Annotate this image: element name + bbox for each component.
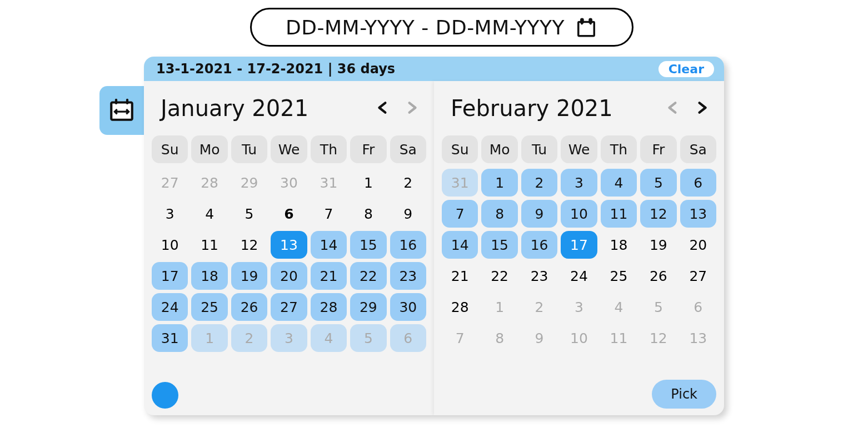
day-cell[interactable]: 19 [640, 231, 676, 259]
next-month-left-button [401, 97, 423, 119]
day-cell[interactable]: 9 [521, 324, 557, 352]
day-cell[interactable]: 8 [481, 200, 517, 228]
day-cell[interactable]: 30 [271, 169, 307, 197]
day-cell[interactable]: 23 [390, 262, 426, 290]
day-cell[interactable]: 9 [390, 200, 426, 228]
day-cell[interactable]: 18 [191, 262, 227, 290]
prev-month-left-button[interactable] [372, 97, 394, 119]
day-cell[interactable]: 7 [311, 200, 347, 228]
month-right: February 2021 SuMoTuWeThFrSa 3112345 [434, 81, 724, 415]
day-cell[interactable]: 25 [191, 293, 227, 321]
next-month-right-button[interactable] [691, 97, 713, 119]
day-cell[interactable]: 2 [231, 324, 267, 352]
day-cell[interactable]: 6 [680, 293, 716, 321]
day-cell[interactable]: 10 [561, 200, 597, 228]
day-cell[interactable]: 20 [680, 231, 716, 259]
day-cell[interactable]: 15 [350, 231, 386, 259]
accent-color-swatch[interactable] [152, 382, 178, 409]
day-cell[interactable]: 23 [521, 262, 557, 290]
day-cell[interactable]: 27 [271, 293, 307, 321]
day-cell[interactable]: 5 [640, 169, 676, 197]
day-cell[interactable]: 21 [442, 262, 478, 290]
day-cell[interactable]: 4 [311, 324, 347, 352]
day-cell[interactable]: 31 [442, 169, 478, 197]
day-cell[interactable]: 12 [231, 231, 267, 259]
day-cell[interactable]: 31 [311, 169, 347, 197]
day-cell[interactable]: 3 [561, 169, 597, 197]
day-cell[interactable]: 17 [561, 231, 597, 259]
day-cell[interactable]: 30 [390, 293, 426, 321]
day-cell[interactable]: 5 [640, 293, 676, 321]
date-range-placeholder: DD-MM-YYYY - DD-MM-YYYY [286, 16, 565, 39]
day-cell[interactable]: 11 [601, 324, 637, 352]
month-right-title: February 2021 [451, 95, 613, 121]
day-cell[interactable]: 14 [442, 231, 478, 259]
day-cell[interactable]: 3 [271, 324, 307, 352]
day-cell[interactable]: 24 [561, 262, 597, 290]
day-cell[interactable]: 16 [521, 231, 557, 259]
day-cell[interactable]: 13 [680, 200, 716, 228]
day-cell[interactable]: 20 [271, 262, 307, 290]
day-cell[interactable]: 18 [601, 231, 637, 259]
day-cell[interactable]: 22 [350, 262, 386, 290]
day-cell[interactable]: 4 [601, 169, 637, 197]
day-cell[interactable]: 24 [152, 293, 188, 321]
day-cell[interactable]: 2 [390, 169, 426, 197]
day-cell[interactable]: 16 [390, 231, 426, 259]
day-cell[interactable]: 1 [481, 169, 517, 197]
day-cell[interactable]: 22 [481, 262, 517, 290]
day-cell[interactable]: 4 [601, 293, 637, 321]
day-cell[interactable]: 19 [231, 262, 267, 290]
week-row: 78910111213 [442, 200, 716, 228]
day-cell[interactable]: 7 [442, 324, 478, 352]
day-cell[interactable]: 9 [521, 200, 557, 228]
day-cell[interactable]: 8 [350, 200, 386, 228]
day-cell[interactable]: 3 [561, 293, 597, 321]
day-cell[interactable]: 1 [350, 169, 386, 197]
day-cell[interactable]: 3 [152, 200, 188, 228]
day-cell[interactable]: 14 [311, 231, 347, 259]
day-cell[interactable]: 10 [561, 324, 597, 352]
dow-cell: Tu [521, 135, 557, 163]
day-cell[interactable]: 1 [481, 293, 517, 321]
day-cell[interactable]: 6 [271, 200, 307, 228]
day-cell[interactable]: 11 [601, 200, 637, 228]
day-cell[interactable]: 12 [640, 324, 676, 352]
day-cell[interactable]: 12 [640, 200, 676, 228]
day-cell[interactable]: 31 [152, 324, 188, 352]
day-cell[interactable]: 15 [481, 231, 517, 259]
day-cell[interactable]: 26 [231, 293, 267, 321]
day-cell[interactable]: 28 [311, 293, 347, 321]
day-cell[interactable]: 6 [390, 324, 426, 352]
day-cell[interactable]: 5 [231, 200, 267, 228]
day-cell[interactable]: 21 [311, 262, 347, 290]
day-cell[interactable]: 7 [442, 200, 478, 228]
day-cell[interactable]: 13 [680, 324, 716, 352]
day-cell[interactable]: 6 [680, 169, 716, 197]
selected-range-status: 13-1-2021 - 17-2-2021 | 36 days [156, 61, 395, 77]
day-cell[interactable]: 29 [231, 169, 267, 197]
day-cell[interactable]: 13 [271, 231, 307, 259]
day-cell[interactable]: 11 [191, 231, 227, 259]
day-cell[interactable]: 25 [601, 262, 637, 290]
day-cell[interactable]: 5 [350, 324, 386, 352]
day-cell[interactable]: 28 [442, 293, 478, 321]
day-cell[interactable]: 2 [521, 293, 557, 321]
day-cell[interactable]: 4 [191, 200, 227, 228]
day-cell[interactable]: 26 [640, 262, 676, 290]
day-cell[interactable]: 2 [521, 169, 557, 197]
pick-button[interactable]: Pick [652, 380, 716, 409]
day-cell[interactable]: 29 [350, 293, 386, 321]
day-cell[interactable]: 27 [152, 169, 188, 197]
day-cell[interactable]: 10 [152, 231, 188, 259]
day-cell[interactable]: 8 [481, 324, 517, 352]
svg-rect-2 [590, 19, 591, 23]
day-cell[interactable]: 17 [152, 262, 188, 290]
clear-button[interactable]: Clear [659, 61, 714, 77]
day-cell[interactable]: 1 [191, 324, 227, 352]
date-range-input[interactable]: DD-MM-YYYY - DD-MM-YYYY [250, 8, 633, 47]
day-cell[interactable]: 28 [191, 169, 227, 197]
date-range-tab[interactable] [99, 86, 144, 135]
week-row: 31123456 [442, 169, 716, 197]
day-cell[interactable]: 27 [680, 262, 716, 290]
